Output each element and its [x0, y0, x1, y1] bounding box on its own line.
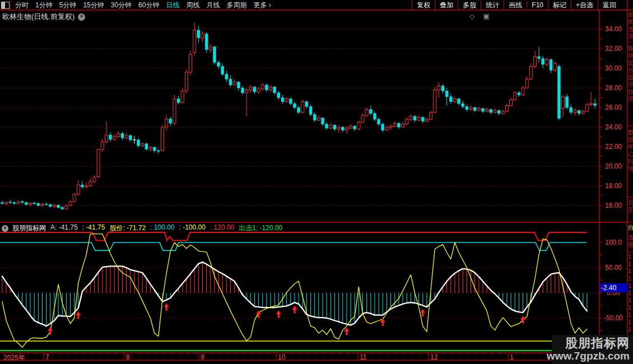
- tab-period-15分钟[interactable]: 15分钟: [83, 1, 104, 10]
- layout-split-icon[interactable]: [1, 2, 10, 9]
- indicator-value-0: 股朋指标网: [12, 223, 46, 233]
- app-window: 分时1分钟5分钟15分钟30分钟60分钟日线周线月线多周期更多 › 复权叠加多股…: [0, 0, 633, 364]
- indicator-header: ▼ 股朋指标网A: -41.75: -41.75股价: -71.72: 100.…: [2, 223, 282, 233]
- tab-period-60分钟[interactable]: 60分钟: [138, 1, 159, 10]
- indicator-white-a-line: [2, 262, 587, 326]
- indicator-value-1: A: -41.75: [50, 223, 78, 233]
- strip-section-0[interactable]: 新闻资讯: [628, 11, 633, 40]
- price-label-34.00: 34.00: [601, 25, 626, 33]
- bottom-panel-sliver: [0, 361, 627, 364]
- indicator-yellow-price-line: [2, 234, 587, 348]
- price-label-32.00: 32.00: [601, 45, 626, 53]
- indicator-value-4: : 100.00: [150, 223, 174, 233]
- tab-period-5分钟[interactable]: 5分钟: [59, 1, 77, 10]
- indicator-collapse-icon[interactable]: ▼: [2, 225, 8, 232]
- toolbar-button-返回[interactable]: 返回: [598, 1, 621, 10]
- buy-signal-arrows: [48, 304, 525, 335]
- indicator-level-lines: [0, 232, 587, 351]
- price-label-24.00: 24.00: [601, 123, 626, 131]
- tab-period-分时[interactable]: 分时: [15, 1, 29, 10]
- candlestick-series: [1, 22, 597, 210]
- date-axis[interactable]: 2025年 7891011121: [0, 353, 627, 361]
- tab-period-日线[interactable]: 日线: [166, 1, 179, 10]
- indicator-value-6: : 120.00: [210, 223, 234, 233]
- month-label-8: 8: [126, 353, 130, 361]
- strip-section-3[interactable]: 日历: [628, 199, 633, 214]
- indicator-value-3: 股价: -71.72: [109, 223, 146, 233]
- toolbar-actions: 复权叠加多股统计画线F10标记+自选返回: [412, 0, 621, 10]
- price-label-20.00: 20.00: [601, 162, 626, 170]
- price-label-18.00: 18.00: [601, 182, 626, 190]
- toolbar-button-标记[interactable]: 标记: [548, 1, 571, 10]
- top-toolbar: 分时1分钟5分钟15分钟30分钟60分钟日线周线月线多周期更多 › 复权叠加多股…: [0, 0, 633, 10]
- month-label-1: 1: [510, 353, 514, 361]
- month-label-7: 7: [45, 353, 49, 361]
- price-label-16.00: 16.00: [601, 202, 626, 209]
- month-label-10: 10: [278, 353, 285, 361]
- indicator-value-5: : -100.00: [179, 223, 205, 233]
- indicator-label--50.00: -50.00: [601, 314, 626, 322]
- toolbar-button-叠加[interactable]: 叠加: [435, 1, 458, 10]
- price-label-30.00: 30.00: [601, 64, 626, 72]
- toolbar-button-复权[interactable]: 复权: [412, 1, 435, 10]
- strip-section-4[interactable]: 自: [628, 224, 633, 231]
- strip-section-2[interactable]: 数据中心行情: [628, 129, 633, 172]
- watermark-url: www.7gpzb.com: [547, 350, 630, 362]
- tab-period-30分钟[interactable]: 30分钟: [111, 1, 132, 10]
- chart-corner-icons[interactable]: ◇ ▣: [469, 12, 493, 20]
- toolbar-button-多股[interactable]: 多股: [458, 1, 481, 10]
- panel-borders-and-ticks: [0, 0, 633, 364]
- toolbar-button-F10[interactable]: F10: [527, 1, 548, 9]
- price-label-26.00: 26.00: [601, 104, 626, 111]
- tab-period-月线[interactable]: 月线: [206, 1, 220, 10]
- month-label-11: 11: [360, 353, 366, 361]
- month-label-9: 9: [201, 353, 204, 361]
- indicator-label-100.0: 100.0: [601, 239, 626, 246]
- toolbar-button-画线[interactable]: 画线: [504, 1, 527, 10]
- chart-canvas: [0, 0, 633, 364]
- chevron-down-icon[interactable]: ▼: [78, 13, 85, 21]
- page-title: 欧林生物(日线.前复权): [2, 12, 75, 22]
- period-tabs: 分时1分钟5分钟15分钟30分钟60分钟日线周线月线多周期更多 ›: [15, 1, 271, 10]
- watermark-site-name: 股朋指标网: [565, 337, 630, 350]
- indicator-value-2: : -41.75: [82, 223, 105, 233]
- toolbar-button-统计[interactable]: 统计: [481, 1, 504, 10]
- price-label-28.00: 28.00: [601, 84, 626, 92]
- toolbar-button-+自选[interactable]: +自选: [571, 1, 598, 10]
- right-sidebar-strip[interactable]: 新闻资讯板块监控提示快讯数据中心行情日历自选股11111111111: [628, 0, 633, 364]
- strip-section-1[interactable]: 板块监控提示快讯: [628, 45, 633, 103]
- main-gridlines: [0, 29, 599, 206]
- month-label-12: 12: [430, 353, 437, 361]
- strip-section-6[interactable]: 11111111111: [628, 253, 633, 333]
- tab-period-周线[interactable]: 周线: [186, 1, 199, 10]
- strip-section-5[interactable]: 选股: [628, 234, 633, 249]
- tab-period-多周期[interactable]: 多周期: [226, 1, 246, 10]
- price-label-22.00: 22.00: [601, 143, 626, 151]
- indicator-label-50.00: 50.00: [601, 264, 626, 272]
- indicator-gridlines: [0, 268, 599, 318]
- chart-title-row: 欧林生物(日线.前复权) ▼: [2, 12, 85, 22]
- tab-period-1分钟[interactable]: 1分钟: [35, 1, 53, 10]
- watermark: 股朋指标网 www.7gpzb.com: [552, 335, 633, 364]
- tab-period-更多 ›[interactable]: 更多 ›: [253, 1, 271, 10]
- indicator-values: 股朋指标网A: -41.75: -41.75股价: -71.72: 100.00…: [12, 223, 282, 233]
- indicator-histogram: [2, 262, 587, 326]
- current-value-box: -2.40: [600, 283, 628, 292]
- indicator-value-7: 出击1: -120.00: [239, 223, 282, 233]
